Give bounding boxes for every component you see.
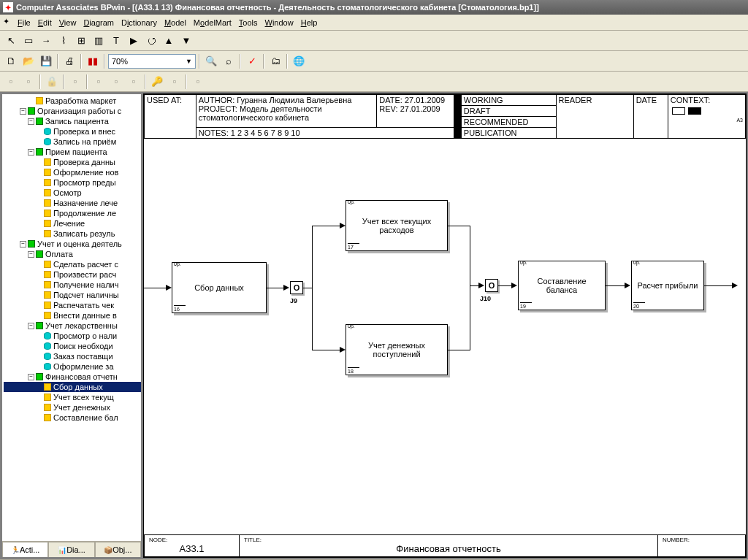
decomposition-tool[interactable]: ▥ — [91, 33, 107, 49]
zoom-select[interactable]: 70% ▼ — [108, 54, 196, 69]
tab-objects[interactable]: 📦 Obj... — [95, 542, 141, 557]
tree-node[interactable]: −Запись пациента — [4, 116, 141, 126]
tab-activities[interactable]: 🏃 Acti... — [2, 542, 48, 557]
junction-j9[interactable]: O — [290, 281, 303, 294]
tree-node[interactable]: Внести данные в — [4, 310, 141, 321]
diagram-footer: NODE: A33.1 TITLE: Финансовая отчетность… — [144, 534, 746, 557]
tree-view[interactable]: Разработка маркет−Организация работы с−З… — [2, 94, 141, 541]
dropdown-arrow-icon: ▼ — [186, 58, 192, 65]
zoom-fit-button[interactable]: ⌕ — [221, 53, 237, 69]
squiggle-tool[interactable]: ⌇ — [56, 33, 72, 49]
tree-node[interactable]: −Финансовая отчетн — [4, 372, 141, 382]
activity-sbor-dannyh[interactable]: 0р. Сбор данных 16 — [172, 262, 267, 313]
save-button[interactable]: 💾 — [38, 53, 54, 69]
tree-node[interactable]: −Организация работы с — [4, 106, 141, 116]
up-tool[interactable]: ▲ — [161, 33, 177, 49]
mm-btn-10: ▫ — [190, 74, 206, 90]
menu-icon: ✦ — [3, 17, 15, 28]
tree-node[interactable]: Сбор данных — [4, 382, 141, 392]
model-explorer-button[interactable]: 🗂 — [267, 53, 283, 69]
workspace: Разработка маркет−Организация работы с−З… — [0, 92, 748, 559]
text-tool[interactable]: T — [108, 33, 124, 49]
tree-node[interactable]: Записать резуль — [4, 229, 141, 239]
tree-node[interactable]: −Прием пациента — [4, 147, 141, 157]
menu-edit[interactable]: Edit — [38, 18, 52, 27]
mm-btn-1: ▫ — [3, 74, 19, 90]
tree-node[interactable]: Просмотр преды — [4, 177, 141, 188]
tree-node[interactable]: −Учет лекарственны — [4, 321, 141, 331]
mm-btn-8[interactable]: 🔑 — [149, 74, 165, 90]
mm-btn-6: ▫ — [108, 74, 124, 90]
menu-file[interactable]: File — [18, 18, 31, 27]
report-button[interactable]: ▮▮ — [85, 53, 101, 69]
tree-node[interactable]: Назначение лече — [4, 198, 141, 208]
tree-node[interactable]: Получение налич — [4, 280, 141, 290]
tree-node[interactable]: Проверка данны — [4, 157, 141, 167]
tree-node[interactable]: Поиск необходи — [4, 341, 141, 351]
refresh-tool[interactable]: ⭯ — [143, 33, 159, 49]
mm-btn-3: 🔒 — [44, 74, 60, 90]
tree-node[interactable]: −Учет и оценка деятель — [4, 239, 141, 249]
tree-node[interactable]: Учет всех текущ — [4, 392, 141, 402]
tree-node[interactable]: Проверка и внес — [4, 126, 141, 137]
menu-help[interactable]: Help — [301, 18, 318, 27]
spellcheck-button[interactable]: ✓ — [244, 53, 260, 69]
menu-model[interactable]: Model — [164, 18, 186, 27]
menu-tools[interactable]: Tools — [239, 18, 258, 27]
tree-node[interactable]: Оформление за — [4, 361, 141, 372]
tree-node[interactable]: Запись на приём — [4, 137, 141, 147]
menu-modelmart[interactable]: ModelMart — [194, 18, 232, 27]
tab-diagrams[interactable]: 📊 Dia... — [48, 542, 94, 557]
down-tool[interactable]: ▼ — [178, 33, 194, 49]
activity-uchet-rashodov[interactable]: 0р. Учет всех текущих расходов 17 — [346, 200, 448, 251]
model-explorer: Разработка маркет−Организация работы с−З… — [1, 93, 142, 558]
mm-btn-9: ▫ — [167, 74, 183, 90]
new-button[interactable]: 🗋 — [3, 53, 19, 69]
tree-node[interactable]: Распечатать чек — [4, 300, 141, 310]
diagram-body[interactable]: 0р. Сбор данных 16 O J9 0р. У — [144, 131, 746, 532]
tree-node[interactable]: Продолжение ле — [4, 208, 141, 218]
open-button[interactable]: 📂 — [20, 53, 37, 69]
tree-node[interactable]: Разработка маркет — [4, 96, 141, 106]
activity-tool[interactable]: ▭ — [20, 33, 37, 49]
junction-j10[interactable]: O — [485, 279, 498, 292]
zoom-value: 70% — [112, 57, 128, 66]
activity-balans[interactable]: 0р. Составление баланса 19 — [518, 261, 606, 310]
toolbar-standard: 🗋 📂 💾 🖨 ▮▮ 70% ▼ 🔍 ⌕ ✓ 🗂 🌐 — [0, 51, 748, 72]
menu-bar: ✦ File Edit View Diagram Dictionary Mode… — [0, 15, 748, 31]
mm-btn-2: ▫ — [20, 74, 37, 90]
canvas-area: USED AT: AUTHOR: Гуранна Людмила Валерье… — [143, 93, 747, 558]
print-button[interactable]: 🖨 — [61, 53, 77, 69]
go-parent-tool[interactable]: ▶ — [126, 33, 142, 49]
arrow-tool[interactable]: → — [38, 33, 54, 49]
menu-view[interactable]: View — [59, 18, 77, 27]
explorer-tabs: 🏃 Acti... 📊 Dia... 📦 Obj... — [2, 541, 141, 557]
menu-window[interactable]: Window — [265, 18, 294, 27]
menu-dictionary[interactable]: Dictionary — [121, 18, 157, 27]
tree-node[interactable]: Лечение — [4, 218, 141, 229]
menu-diagram[interactable]: Diagram — [83, 18, 114, 27]
pointer-tool[interactable]: ↖ — [3, 33, 19, 49]
tree-node[interactable]: Заказ поставщи — [4, 351, 141, 361]
tree-node[interactable]: Составление бал — [4, 413, 141, 423]
mm-btn-5: ▫ — [91, 74, 107, 90]
tree-node[interactable]: Осмотр — [4, 188, 141, 198]
tree-node[interactable]: Сделать расчет с — [4, 259, 141, 269]
tree-node[interactable]: Оформление нов — [4, 167, 141, 177]
modelmart-button[interactable]: 🌐 — [291, 53, 307, 69]
activity-pribyl[interactable]: 0р. Расчет прибыли 20 — [631, 261, 704, 310]
toolbar-modelmart: ▫ ▫ 🔒 ▫ ▫ ▫ ▫ 🔑 ▫ ▫ — [0, 72, 748, 92]
tree-node[interactable]: −Оплата — [4, 249, 141, 259]
tree-node[interactable]: Просмотр о нали — [4, 331, 141, 341]
diagram-canvas[interactable]: USED AT: AUTHOR: Гуранна Людмила Валерье… — [143, 93, 747, 558]
external-ref-tool[interactable]: ⊞ — [73, 33, 89, 49]
tree-node[interactable]: Учет денежных — [4, 402, 141, 413]
toolbar-tools: ↖ ▭ → ⌇ ⊞ ▥ T ▶ ⭯ ▲ ▼ — [0, 31, 748, 51]
tree-node[interactable]: Произвести расч — [4, 269, 141, 280]
mm-btn-7: ▫ — [126, 74, 142, 90]
app-icon: ✦ — [3, 2, 13, 12]
tree-node[interactable]: Подсчет наличны — [4, 290, 141, 300]
activity-uchet-postupleniy[interactable]: 0р. Учет денежных поступлений 18 — [346, 324, 448, 375]
mm-btn-4: ▫ — [67, 74, 83, 90]
zoom-in-button[interactable]: 🔍 — [203, 53, 219, 69]
